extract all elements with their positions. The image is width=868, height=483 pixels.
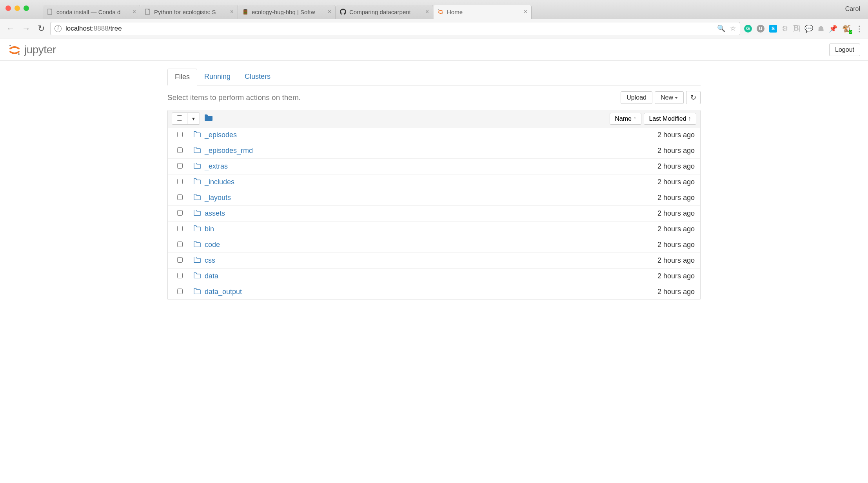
file-row[interactable]: _extras2 hours ago — [168, 159, 700, 174]
refresh-button[interactable]: ↻ — [686, 91, 701, 104]
github-favicon-icon — [340, 9, 346, 15]
select-all-checkbox[interactable] — [177, 115, 182, 121]
logout-button[interactable]: Logout — [829, 44, 860, 56]
buffer-ext-icon[interactable]: B — [793, 25, 800, 32]
file-row[interactable]: _episodes_rmd2 hours ago — [168, 143, 700, 159]
file-checkbox[interactable] — [177, 147, 183, 153]
action-row: Select items to perform actions on them.… — [167, 85, 701, 110]
browser-tab[interactable]: Home× — [434, 5, 532, 19]
browser-tab[interactable]: conda install — Conda d× — [43, 5, 140, 19]
file-checkbox[interactable] — [177, 179, 183, 184]
file-name-link[interactable]: assets — [205, 209, 657, 218]
file-checkbox[interactable] — [177, 257, 183, 263]
svg-point-8 — [442, 13, 443, 14]
tab-close-icon[interactable]: × — [425, 8, 429, 15]
sort-name-button[interactable]: Name — [610, 113, 641, 125]
browser-tab[interactable]: ecology-bug-bbq | Softw× — [238, 5, 336, 19]
close-window-button[interactable] — [5, 5, 11, 11]
site-info-icon[interactable]: i — [54, 25, 62, 32]
ublock-ext-icon[interactable]: U — [757, 25, 764, 33]
maximize-window-button[interactable] — [24, 5, 29, 11]
breadcrumb-root-icon[interactable] — [205, 114, 212, 123]
tab-close-icon[interactable]: × — [133, 8, 136, 15]
file-row[interactable]: assets2 hours ago — [168, 206, 700, 222]
action-hint: Select items to perform actions on them. — [167, 93, 301, 102]
file-checkbox[interactable] — [177, 163, 183, 169]
folder-icon — [194, 241, 201, 249]
address-bar[interactable]: i localhost:8888/tree 🔍 ☆ — [50, 22, 740, 35]
file-row[interactable]: css2 hours ago — [168, 253, 700, 269]
file-modified: 2 hours ago — [657, 194, 695, 202]
tab-clusters[interactable]: Clusters — [238, 69, 278, 85]
tab-close-icon[interactable]: × — [328, 8, 331, 15]
file-row[interactable]: _layouts2 hours ago — [168, 190, 700, 206]
skype-ext-icon[interactable]: S — [769, 25, 777, 33]
jupyter-logo[interactable]: jupyter — [8, 43, 56, 56]
file-row[interactable]: code2 hours ago — [168, 237, 700, 253]
tab-bar: conda install — Conda d×Python for ecolo… — [43, 3, 532, 19]
file-name-link[interactable]: _extras — [205, 162, 657, 171]
file-checkbox[interactable] — [177, 132, 183, 137]
tab-running[interactable]: Running — [197, 69, 238, 85]
zoom-icon[interactable]: 🔍 — [717, 24, 725, 33]
back-button[interactable]: ← — [5, 22, 16, 35]
forward-button[interactable]: → — [20, 22, 32, 35]
browser-tab[interactable]: Comparing datacarpent× — [336, 5, 433, 19]
file-modified: 2 hours ago — [657, 241, 695, 249]
file-name-link[interactable]: bin — [205, 225, 657, 233]
tab-close-icon[interactable]: × — [230, 8, 234, 15]
file-name-link[interactable]: code — [205, 241, 657, 249]
file-name-link[interactable]: _includes — [205, 178, 657, 186]
browser-toolbar: ← → ↻ i localhost:8888/tree 🔍 ☆ G U S ⚙ … — [0, 19, 868, 38]
file-name-link[interactable]: data_output — [205, 288, 657, 296]
minimize-window-button[interactable] — [15, 5, 20, 11]
pin-ext-icon[interactable]: 📌 — [829, 24, 837, 33]
file-checkbox[interactable] — [177, 226, 183, 231]
file-row[interactable]: data2 hours ago — [168, 269, 700, 284]
tab-title: Python for ecologists: S — [154, 9, 227, 15]
settings-ext-icon[interactable]: ⚙ — [782, 24, 788, 33]
browser-tab[interactable]: Python for ecologists: S× — [141, 5, 238, 19]
file-name-link[interactable]: _episodes_rmd — [205, 147, 657, 155]
clipboard-favicon-icon — [242, 9, 249, 15]
folder-icon — [194, 147, 201, 154]
profile-name[interactable]: Carol — [845, 5, 860, 13]
file-name-link[interactable]: data — [205, 272, 657, 280]
file-row[interactable]: data_output2 hours ago — [168, 284, 700, 300]
svg-rect-6 — [244, 13, 247, 13]
file-checkbox[interactable] — [177, 273, 183, 278]
file-row[interactable]: _episodes2 hours ago — [168, 127, 700, 143]
shield-ext-icon[interactable]: ☗ — [818, 24, 824, 33]
upload-button[interactable]: Upload — [621, 91, 652, 104]
file-row[interactable]: _includes2 hours ago — [168, 174, 700, 190]
tab-title: ecology-bug-bbq | Softw — [252, 9, 325, 15]
tab-close-icon[interactable]: × — [524, 8, 527, 15]
browser-tab-strip: conda install — Conda d×Python for ecolo… — [0, 0, 868, 19]
file-name-link[interactable]: css — [205, 256, 657, 265]
chat-ext-icon[interactable]: 💬 — [804, 24, 813, 33]
svg-rect-3 — [244, 9, 247, 10]
new-button[interactable]: New — [655, 91, 684, 104]
grammarly-ext-icon[interactable]: G — [744, 25, 752, 33]
file-checkbox[interactable] — [177, 242, 183, 247]
select-all-caret-icon[interactable]: ▼ — [187, 114, 200, 123]
tampermonkey-ext-icon[interactable]: 🐒0 — [842, 24, 851, 33]
extension-icons: G U S ⚙ B 💬 ☗ 📌 🐒0 ⋮ — [744, 24, 863, 33]
file-row[interactable]: bin2 hours ago — [168, 222, 700, 237]
reload-button[interactable]: ↻ — [36, 22, 46, 35]
bookmark-star-icon[interactable]: ☆ — [730, 24, 736, 33]
file-name-link[interactable]: _layouts — [205, 194, 657, 202]
select-all-control[interactable]: ▼ — [172, 113, 200, 125]
file-checkbox[interactable] — [177, 289, 183, 294]
url-port: :8888 — [92, 25, 109, 32]
file-modified: 2 hours ago — [657, 272, 695, 280]
page-favicon-icon — [145, 9, 151, 15]
folder-icon — [194, 272, 201, 280]
chrome-menu-icon[interactable]: ⋮ — [855, 24, 863, 33]
file-name-link[interactable]: _episodes — [205, 131, 657, 139]
sort-modified-button[interactable]: Last Modified — [644, 113, 696, 125]
file-checkbox[interactable] — [177, 210, 183, 216]
tab-files[interactable]: Files — [167, 69, 197, 85]
file-checkbox[interactable] — [177, 194, 183, 200]
file-modified: 2 hours ago — [657, 225, 695, 233]
